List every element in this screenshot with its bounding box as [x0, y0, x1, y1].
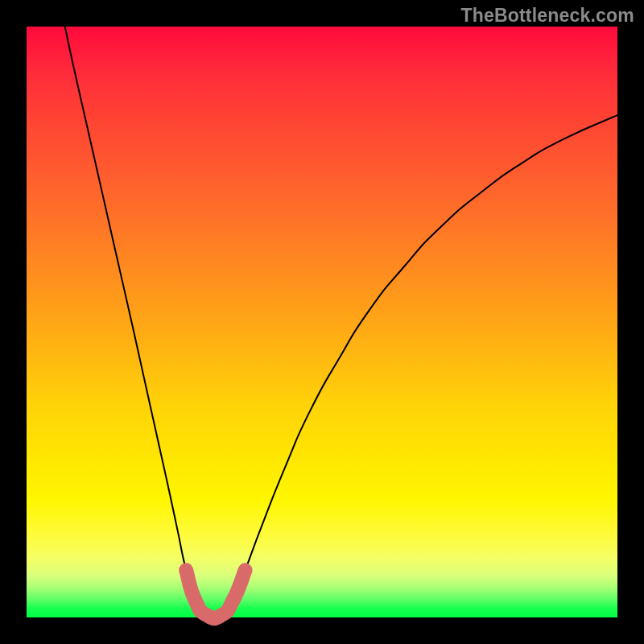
- watermark-text: TheBottleneck.com: [460, 5, 634, 27]
- curve-svg: [27, 27, 617, 617]
- plot-area: [27, 27, 617, 617]
- bottleneck-curve-path: [65, 27, 617, 618]
- chart-frame: TheBottleneck.com: [0, 0, 644, 644]
- highlight-band-path: [186, 570, 245, 618]
